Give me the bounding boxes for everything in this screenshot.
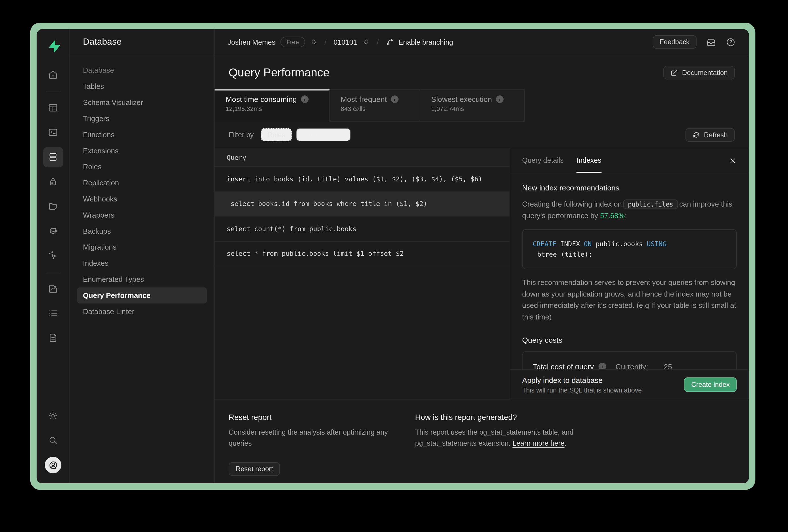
supabase-bolt-icon	[46, 40, 59, 53]
sidebar: Database Database Tables Schema Visualiz…	[70, 29, 215, 483]
rail-item-search[interactable]	[43, 430, 63, 451]
tab-most-frequent[interactable]: Most frequent 843 calls	[330, 90, 420, 122]
sidebar-item-indexes[interactable]: Indexes	[77, 255, 207, 271]
report-tabs: Most time consuming 12,195.32ms Most fre…	[215, 90, 749, 122]
details-tabs: Query details Indexes	[510, 148, 749, 174]
supabase-app: Database Database Tables Schema Visualiz…	[37, 29, 749, 483]
sidebar-item-backups[interactable]: Backups	[77, 223, 207, 239]
sidebar-item-migrations[interactable]: Migrations	[77, 239, 207, 255]
apply-index-footer: Apply index to database This will run th…	[510, 369, 749, 399]
sidebar-item-enumerated-types[interactable]: Enumerated Types	[77, 271, 207, 288]
report-info-description: This report uses the pg_stat_statements …	[415, 427, 581, 449]
rail-item-storage[interactable]	[43, 196, 63, 216]
refresh-label: Refresh	[704, 131, 728, 139]
documentation-button[interactable]: Documentation	[664, 66, 735, 79]
sidebar-item-tables[interactable]: Tables	[77, 78, 207, 95]
rail-item-home[interactable]	[43, 64, 63, 85]
icon-rail	[37, 29, 70, 483]
rail-item-realtime[interactable]	[43, 221, 63, 241]
sql-line-1: CREATE INDEX ON public.books USING	[533, 239, 726, 249]
notifications-button[interactable]	[706, 37, 716, 47]
org-select-caret-icon[interactable]	[310, 38, 318, 46]
auth-lock-icon	[48, 176, 58, 187]
roles-filter-chip[interactable]: Roles	[261, 128, 292, 141]
sidebar-title: Database	[83, 37, 122, 47]
sidebar-item-database-linter[interactable]: Database Linter	[77, 303, 207, 319]
sidebar-nav-list: Database Tables Schema Visualizer Trigge…	[70, 55, 214, 319]
plan-badge[interactable]: Free	[280, 37, 305, 47]
gear-icon	[48, 411, 58, 421]
details-body: New index recommendations Creating the f…	[510, 174, 749, 399]
create-index-button[interactable]: Create index	[684, 377, 737, 392]
rail-item-logs[interactable]	[43, 303, 63, 323]
tab-slowest-execution[interactable]: Slowest execution 1,072.74ms	[420, 90, 525, 122]
table-editor-icon	[48, 102, 58, 113]
sidebar-item-schema-visualizer[interactable]: Schema Visualizer	[77, 95, 207, 111]
page-header: Query Performance Documentation	[215, 55, 749, 90]
table-row[interactable]: insert into books (id, title) values ($1…	[215, 167, 510, 192]
table-row-selected[interactable]: select books.id from books where title i…	[215, 192, 510, 216]
reports-chart-icon	[48, 283, 58, 294]
refresh-button[interactable]: Refresh	[685, 128, 734, 141]
recommendation-intro: Creating the following index onpublic.fi…	[522, 198, 737, 221]
tab-query-details[interactable]: Query details	[522, 148, 564, 173]
rail-item-authentication[interactable]	[43, 172, 63, 192]
table-row[interactable]: select * from public.books limit $1 offs…	[215, 241, 510, 266]
rail-item-advisors[interactable]	[43, 245, 63, 265]
reset-report-description: Consider resetting the analysis after op…	[229, 427, 395, 449]
close-panel-button[interactable]	[729, 148, 736, 173]
advisors-cursor-icon	[48, 250, 58, 261]
rail-item-reports[interactable]	[43, 279, 63, 299]
sidebar-item-replication[interactable]: Replication	[77, 175, 207, 191]
inbox-icon	[706, 37, 716, 47]
rail-divider	[45, 91, 61, 92]
feedback-button[interactable]: Feedback	[653, 35, 696, 49]
enable-branching-button[interactable]: Enable branching	[386, 38, 453, 46]
screenshot-stage: Database Database Tables Schema Visualiz…	[0, 0, 788, 532]
reset-report-section: Reset report Consider resetting the anal…	[229, 413, 415, 483]
breadcrumb: Joshen Memes Free / 010101 /	[228, 37, 453, 47]
project-select-caret-icon[interactable]	[362, 38, 370, 46]
reset-report-button[interactable]: Reset report	[229, 462, 280, 476]
documentation-label: Documentation	[682, 68, 728, 76]
close-icon	[729, 157, 736, 164]
apply-index-heading: Apply index to database	[522, 375, 642, 384]
tab-indexes[interactable]: Indexes	[576, 148, 601, 173]
rail-item-api-docs[interactable]	[43, 328, 63, 348]
rail-item-account[interactable]	[43, 455, 63, 475]
database-icon	[48, 152, 58, 162]
supabase-logo[interactable]	[43, 36, 63, 56]
learn-more-link[interactable]: Learn more here	[513, 439, 565, 447]
sidebar-item-roles[interactable]: Roles	[77, 159, 207, 175]
rail-item-database[interactable]	[43, 147, 63, 167]
tab-value: 843 calls	[341, 105, 409, 113]
tab-most-time-consuming[interactable]: Most time consuming 12,195.32ms	[215, 90, 330, 122]
reset-report-heading: Reset report	[229, 413, 415, 422]
sql-editor-icon	[48, 127, 58, 138]
org-name[interactable]: Joshen Memes	[228, 38, 275, 46]
topbar-actions: Feedback	[653, 35, 736, 49]
enable-branching-label: Enable branching	[398, 38, 453, 46]
sidebar-item-triggers[interactable]: Triggers	[77, 111, 207, 127]
sidebar-item-webhooks[interactable]: Webhooks	[77, 191, 207, 207]
filter-label: Filter by	[229, 131, 254, 139]
sidebar-item-wrappers[interactable]: Wrappers	[77, 207, 207, 223]
project-id[interactable]: 010101	[334, 38, 357, 46]
sidebar-item-functions[interactable]: Functions	[77, 126, 207, 143]
main-area: Joshen Memes Free / 010101 /	[215, 29, 749, 483]
rail-item-settings[interactable]	[43, 406, 63, 426]
help-button[interactable]	[726, 37, 736, 47]
rail-item-table-editor[interactable]	[43, 98, 63, 118]
improvement-percentage: 57.68%	[600, 211, 625, 219]
apply-index-subtext: This will run the SQL that is shown abov…	[522, 386, 642, 394]
rail-item-sql-editor[interactable]	[43, 122, 63, 142]
tab-label: Most frequent	[341, 95, 387, 103]
help-circle-icon	[726, 37, 736, 47]
rail-divider	[45, 272, 61, 273]
external-link-icon	[671, 68, 678, 76]
table-row[interactable]: select count(*) from public.books	[215, 216, 510, 241]
api-docs-file-icon	[48, 333, 58, 343]
sidebar-item-query-performance[interactable]: Query Performance	[77, 288, 207, 303]
query-filter-chip[interactable]: Query: books	[296, 128, 350, 141]
sidebar-item-extensions[interactable]: Extensions	[77, 143, 207, 159]
